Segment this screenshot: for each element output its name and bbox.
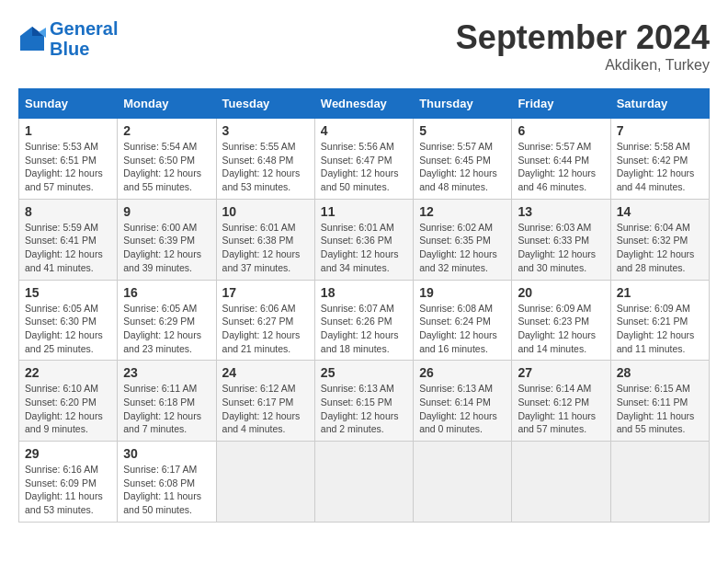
day-info: Sunrise: 5:53 AM Sunset: 6:51 PM Dayligh… xyxy=(25,140,111,194)
day-number: 7 xyxy=(617,123,703,138)
calendar-week-row: 8 Sunrise: 5:59 AM Sunset: 6:41 PM Dayli… xyxy=(19,199,710,280)
table-row: 25 Sunrise: 6:13 AM Sunset: 6:15 PM Dayl… xyxy=(314,361,413,442)
header-tuesday: Tuesday xyxy=(216,89,314,119)
day-info: Sunrise: 6:16 AM Sunset: 6:09 PM Dayligh… xyxy=(25,463,111,517)
table-row: 16 Sunrise: 6:05 AM Sunset: 6:29 PM Dayl… xyxy=(118,280,216,361)
calendar-week-row: 29 Sunrise: 6:16 AM Sunset: 6:09 PM Dayl… xyxy=(19,442,710,523)
day-info: Sunrise: 5:59 AM Sunset: 6:41 PM Dayligh… xyxy=(25,221,111,275)
day-info: Sunrise: 5:57 AM Sunset: 6:44 PM Dayligh… xyxy=(518,140,604,194)
day-info: Sunrise: 6:12 AM Sunset: 6:17 PM Dayligh… xyxy=(222,382,309,436)
header-wednesday: Wednesday xyxy=(314,89,413,119)
weekday-header-row: Sunday Monday Tuesday Wednesday Thursday… xyxy=(19,89,710,119)
day-info: Sunrise: 6:17 AM Sunset: 6:08 PM Dayligh… xyxy=(123,463,210,517)
location-subtitle: Akdiken, Turkey xyxy=(456,57,710,74)
day-info: Sunrise: 6:13 AM Sunset: 6:14 PM Dayligh… xyxy=(419,382,506,436)
table-row xyxy=(610,442,709,523)
table-row: 5 Sunrise: 5:57 AM Sunset: 6:45 PM Dayli… xyxy=(414,119,512,200)
day-number: 15 xyxy=(25,285,111,300)
day-info: Sunrise: 6:06 AM Sunset: 6:27 PM Dayligh… xyxy=(222,302,309,356)
table-row: 30 Sunrise: 6:17 AM Sunset: 6:08 PM Dayl… xyxy=(118,442,216,523)
day-info: Sunrise: 5:58 AM Sunset: 6:42 PM Dayligh… xyxy=(617,140,703,194)
day-info: Sunrise: 5:57 AM Sunset: 6:45 PM Dayligh… xyxy=(419,140,506,194)
day-number: 9 xyxy=(123,204,210,219)
table-row: 17 Sunrise: 6:06 AM Sunset: 6:27 PM Dayl… xyxy=(216,280,314,361)
day-number: 11 xyxy=(321,204,407,219)
calendar-week-row: 1 Sunrise: 5:53 AM Sunset: 6:51 PM Dayli… xyxy=(19,119,710,200)
day-info: Sunrise: 6:10 AM Sunset: 6:20 PM Dayligh… xyxy=(25,382,111,436)
day-info: Sunrise: 6:01 AM Sunset: 6:36 PM Dayligh… xyxy=(321,221,407,275)
day-info: Sunrise: 6:03 AM Sunset: 6:33 PM Dayligh… xyxy=(518,221,604,275)
table-row: 2 Sunrise: 5:54 AM Sunset: 6:50 PM Dayli… xyxy=(118,119,216,200)
day-number: 28 xyxy=(617,365,703,380)
day-number: 29 xyxy=(25,446,111,461)
day-number: 22 xyxy=(25,365,111,380)
table-row: 3 Sunrise: 5:55 AM Sunset: 6:48 PM Dayli… xyxy=(216,119,314,200)
day-info: Sunrise: 6:14 AM Sunset: 6:12 PM Dayligh… xyxy=(518,382,604,436)
table-row: 24 Sunrise: 6:12 AM Sunset: 6:17 PM Dayl… xyxy=(216,361,314,442)
table-row: 19 Sunrise: 6:08 AM Sunset: 6:24 PM Dayl… xyxy=(414,280,512,361)
day-number: 14 xyxy=(617,204,703,219)
day-info: Sunrise: 6:04 AM Sunset: 6:32 PM Dayligh… xyxy=(617,221,703,275)
table-row: 21 Sunrise: 6:09 AM Sunset: 6:21 PM Dayl… xyxy=(610,280,709,361)
table-row: 28 Sunrise: 6:15 AM Sunset: 6:11 PM Dayl… xyxy=(610,361,709,442)
day-number: 21 xyxy=(617,285,703,300)
table-row: 8 Sunrise: 5:59 AM Sunset: 6:41 PM Dayli… xyxy=(19,199,118,280)
table-row: 23 Sunrise: 6:11 AM Sunset: 6:18 PM Dayl… xyxy=(118,361,216,442)
table-row: 20 Sunrise: 6:09 AM Sunset: 6:23 PM Dayl… xyxy=(512,280,610,361)
day-number: 20 xyxy=(518,285,604,300)
day-info: Sunrise: 6:11 AM Sunset: 6:18 PM Dayligh… xyxy=(123,382,210,436)
table-row: 13 Sunrise: 6:03 AM Sunset: 6:33 PM Dayl… xyxy=(512,199,610,280)
table-row: 9 Sunrise: 6:00 AM Sunset: 6:39 PM Dayli… xyxy=(118,199,216,280)
day-info: Sunrise: 6:05 AM Sunset: 6:29 PM Dayligh… xyxy=(123,302,210,356)
table-row xyxy=(414,442,512,523)
table-row: 22 Sunrise: 6:10 AM Sunset: 6:20 PM Dayl… xyxy=(19,361,118,442)
table-row: 11 Sunrise: 6:01 AM Sunset: 6:36 PM Dayl… xyxy=(314,199,413,280)
month-year-title: September 2024 xyxy=(456,18,710,57)
day-number: 2 xyxy=(123,123,210,138)
day-number: 16 xyxy=(123,285,210,300)
day-info: Sunrise: 5:56 AM Sunset: 6:47 PM Dayligh… xyxy=(321,140,407,194)
table-row xyxy=(314,442,413,523)
day-number: 23 xyxy=(123,365,210,380)
calendar-table: Sunday Monday Tuesday Wednesday Thursday… xyxy=(18,88,710,523)
header-sunday: Sunday xyxy=(19,89,118,119)
day-info: Sunrise: 6:15 AM Sunset: 6:11 PM Dayligh… xyxy=(617,382,703,436)
day-info: Sunrise: 5:55 AM Sunset: 6:48 PM Dayligh… xyxy=(222,140,309,194)
day-number: 8 xyxy=(25,204,111,219)
table-row: 10 Sunrise: 6:01 AM Sunset: 6:38 PM Dayl… xyxy=(216,199,314,280)
day-info: Sunrise: 6:13 AM Sunset: 6:15 PM Dayligh… xyxy=(321,382,407,436)
logo: General Blue xyxy=(18,18,118,59)
day-number: 30 xyxy=(123,446,210,461)
day-number: 12 xyxy=(419,204,506,219)
logo-blue: Blue xyxy=(50,39,89,59)
day-info: Sunrise: 6:07 AM Sunset: 6:26 PM Dayligh… xyxy=(321,302,407,356)
logo-general: General xyxy=(50,18,118,39)
day-number: 4 xyxy=(321,123,407,138)
day-number: 19 xyxy=(419,285,506,300)
table-row: 4 Sunrise: 5:56 AM Sunset: 6:47 PM Dayli… xyxy=(314,119,413,200)
table-row: 15 Sunrise: 6:05 AM Sunset: 6:30 PM Dayl… xyxy=(19,280,118,361)
header-saturday: Saturday xyxy=(610,89,709,119)
day-number: 3 xyxy=(222,123,309,138)
day-number: 6 xyxy=(518,123,604,138)
day-info: Sunrise: 6:02 AM Sunset: 6:35 PM Dayligh… xyxy=(419,221,506,275)
table-row xyxy=(512,442,610,523)
page-header: General Blue September 2024 Akdiken, Tur… xyxy=(18,18,710,74)
day-info: Sunrise: 6:05 AM Sunset: 6:30 PM Dayligh… xyxy=(25,302,111,356)
header-thursday: Thursday xyxy=(414,89,512,119)
table-row: 12 Sunrise: 6:02 AM Sunset: 6:35 PM Dayl… xyxy=(414,199,512,280)
day-number: 26 xyxy=(419,365,506,380)
day-info: Sunrise: 6:01 AM Sunset: 6:38 PM Dayligh… xyxy=(222,221,309,275)
day-number: 5 xyxy=(419,123,506,138)
day-number: 18 xyxy=(321,285,407,300)
header-friday: Friday xyxy=(512,89,610,119)
day-number: 24 xyxy=(222,365,309,380)
table-row: 14 Sunrise: 6:04 AM Sunset: 6:32 PM Dayl… xyxy=(610,199,709,280)
table-row xyxy=(216,442,314,523)
calendar-week-row: 22 Sunrise: 6:10 AM Sunset: 6:20 PM Dayl… xyxy=(19,361,710,442)
day-number: 13 xyxy=(518,204,604,219)
day-info: Sunrise: 5:54 AM Sunset: 6:50 PM Dayligh… xyxy=(123,140,210,194)
header-monday: Monday xyxy=(118,89,216,119)
day-number: 1 xyxy=(25,123,111,138)
table-row: 1 Sunrise: 5:53 AM Sunset: 6:51 PM Dayli… xyxy=(19,119,118,200)
